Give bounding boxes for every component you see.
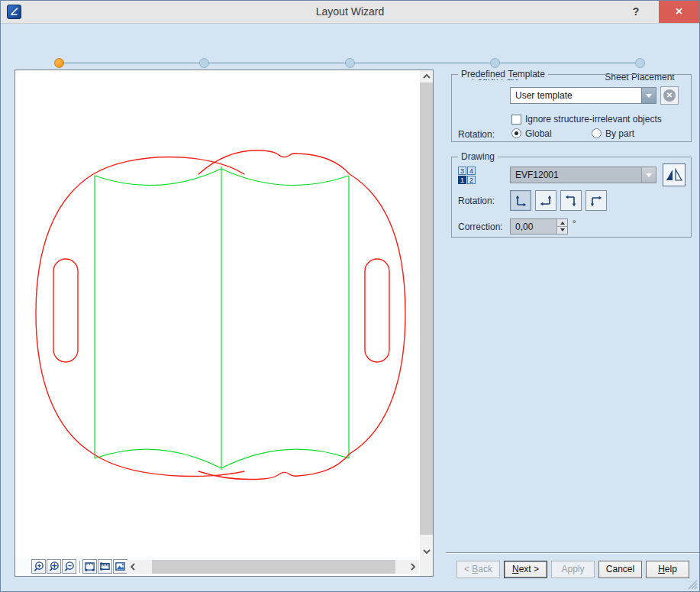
zoom-in-icon[interactable] bbox=[31, 559, 46, 574]
scroll-up-button[interactable] bbox=[420, 70, 433, 82]
mirror-button[interactable] bbox=[663, 163, 685, 186]
rotation-global-radio[interactable] bbox=[511, 128, 521, 138]
image-preview-icon[interactable] bbox=[113, 559, 127, 574]
chevron-down-icon[interactable] bbox=[641, 167, 656, 183]
step-dot-third-part[interactable] bbox=[345, 58, 355, 68]
drawing-combobox[interactable]: EVF12001 bbox=[510, 167, 656, 183]
fit-ruler-icon[interactable] bbox=[98, 559, 112, 574]
template-combobox-value: User template bbox=[511, 88, 641, 103]
template-combobox[interactable]: User template bbox=[510, 87, 656, 104]
part-cell-2[interactable]: 2 bbox=[467, 176, 476, 184]
chevron-down-icon[interactable] bbox=[641, 88, 656, 103]
horizontal-scrollbar[interactable] bbox=[127, 560, 419, 574]
back-button[interactable]: < Back bbox=[456, 561, 500, 578]
spin-up-button[interactable] bbox=[557, 219, 567, 226]
part-cell-1[interactable]: 1 bbox=[458, 176, 466, 184]
rotate-180-button[interactable] bbox=[560, 190, 582, 211]
canvas-toolbar bbox=[15, 558, 433, 576]
scroll-right-button[interactable] bbox=[407, 560, 419, 574]
scroll-down-button[interactable] bbox=[420, 545, 433, 558]
ignore-objects-checkbox[interactable] bbox=[511, 115, 521, 125]
apply-button[interactable]: Apply bbox=[551, 561, 595, 578]
step-dot-fourth-part[interactable] bbox=[490, 58, 500, 68]
footer-separator bbox=[446, 552, 700, 554]
correction-spinbox bbox=[510, 218, 568, 235]
vertical-scrollbar[interactable] bbox=[420, 70, 433, 558]
rotation-by-part-radio[interactable] bbox=[592, 128, 602, 138]
correction-input[interactable] bbox=[511, 219, 556, 234]
vertical-scroll-thumb[interactable] bbox=[420, 82, 433, 535]
group-legend: Drawing bbox=[458, 151, 498, 162]
part-cell-4[interactable]: 4 bbox=[467, 167, 476, 175]
rotation-label: Rotation: bbox=[458, 129, 495, 140]
group-legend: Predefined Template bbox=[458, 69, 548, 79]
part-selector-icon[interactable]: 3 4 1 2 bbox=[458, 167, 477, 186]
close-circle-icon: ✕ bbox=[663, 89, 676, 102]
degree-suffix: ° bbox=[573, 218, 576, 228]
rotate-0-button[interactable] bbox=[510, 190, 531, 211]
drawing-canvas[interactable] bbox=[15, 70, 420, 558]
cut-lines bbox=[36, 150, 405, 480]
drawing-group: Drawing 3 4 1 2 EVF12001 Rotation: bbox=[451, 157, 692, 238]
fit-drawing-icon[interactable] bbox=[82, 559, 97, 574]
title-bar: Layout Wizard ? ✕ bbox=[1, 1, 699, 24]
step-dot-second-part[interactable] bbox=[199, 58, 209, 68]
crease-lines bbox=[95, 167, 349, 470]
horizontal-scroll-thumb[interactable] bbox=[152, 560, 395, 574]
ignore-objects-label: Ignore structure-irrelevant objects bbox=[525, 114, 662, 125]
part-cell-3[interactable]: 3 bbox=[458, 167, 466, 175]
preview-panel bbox=[15, 70, 434, 577]
dieline-drawing bbox=[17, 72, 420, 558]
drawing-combobox-value: EVF12001 bbox=[511, 167, 641, 183]
layout-wizard-dialog: Layout Wizard ? ✕ Select Template Second… bbox=[0, 0, 700, 592]
step-dot-select-template[interactable] bbox=[54, 58, 64, 68]
rotation-by-part-label: By part bbox=[605, 128, 634, 139]
help-icon[interactable]: ? bbox=[626, 1, 646, 22]
clear-template-button[interactable]: ✕ bbox=[660, 86, 679, 105]
toolbar-separator bbox=[79, 561, 80, 573]
close-button[interactable]: ✕ bbox=[659, 1, 699, 23]
help-button[interactable]: Help bbox=[646, 561, 689, 578]
scrollbar-corner bbox=[420, 558, 433, 576]
wizard-steps: Select Template Second Part Third Part F… bbox=[1, 24, 699, 66]
next-button[interactable]: Next > bbox=[504, 561, 547, 578]
window-title: Layout Wizard bbox=[1, 1, 699, 24]
resize-grip[interactable] bbox=[688, 580, 698, 590]
rotate-90-button[interactable] bbox=[535, 190, 556, 211]
rotate-270-button[interactable] bbox=[585, 190, 607, 211]
predefined-template-group: Predefined Template User template ✕ Igno… bbox=[451, 74, 692, 142]
zoom-out-icon[interactable] bbox=[62, 559, 76, 574]
drawing-rotation-label: Rotation: bbox=[458, 196, 495, 206]
spin-down-button[interactable] bbox=[557, 226, 567, 234]
rotation-global-label: Global bbox=[525, 128, 552, 139]
cancel-button[interactable]: Cancel bbox=[598, 561, 642, 578]
step-dot-sheet-placement[interactable] bbox=[635, 58, 645, 68]
correction-label: Correction: bbox=[458, 222, 503, 232]
zoom-extents-icon[interactable] bbox=[47, 559, 61, 574]
scroll-left-button[interactable] bbox=[127, 560, 139, 574]
